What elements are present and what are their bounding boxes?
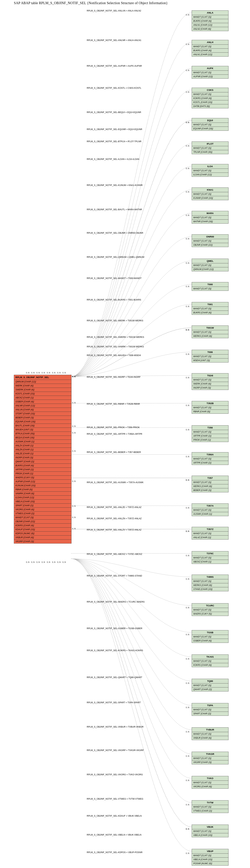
main-field: AUFNR [CHAR (12)] bbox=[14, 479, 71, 484]
relation-connector bbox=[71, 190, 192, 376]
target-field: MANDT [CLNT (3)] bbox=[192, 287, 228, 290]
target-table-header: T356 bbox=[192, 426, 228, 430]
main-field: ANLUN [CHAR (4)] bbox=[14, 408, 71, 412]
cardinality-label: 0..N bbox=[26, 372, 29, 374]
target-field: MANDT [CLNT (3)] bbox=[192, 71, 228, 75]
target-table-box: MARAMANDT [CLNT (3)]MATNR [CHAR (18)] bbox=[192, 211, 228, 224]
target-field: MANDT [CLNT (3)] bbox=[192, 708, 228, 712]
relation-label: RPLM_S_OBJINF_NOTIF_SEL-VKORG = TVKO-VKO… bbox=[87, 773, 143, 776]
relation-label: RPLM_S_OBJINF_NOTIF_SEL-BTPLN = IFLOT-TP… bbox=[87, 140, 142, 143]
relation-label: RPLM_S_OBJINF_NOTIF_SEL-ANLNR = ANLH-ANL… bbox=[87, 39, 141, 41]
target-field: ABCKZ [CHAR (1)] bbox=[192, 560, 228, 564]
main-field: RBNR [CHAR (9)] bbox=[14, 488, 71, 492]
relation-label: RPLM_S_OBJINF_NOTIF_SEL-VKBUR = TVBUR-VK… bbox=[87, 726, 144, 728]
target-table-header: T024I bbox=[192, 373, 228, 378]
cardinality-label: 0..N bbox=[72, 528, 76, 530]
main-field: KDAUF [CHAR (10)] bbox=[14, 528, 71, 532]
cardinality-label: 0..N bbox=[186, 91, 189, 93]
main-field: VKBUR [CHAR (4)] bbox=[14, 535, 71, 539]
relation-connector bbox=[71, 166, 192, 376]
target-field: WERKS [CHAR (4)] bbox=[192, 484, 228, 488]
cardinality-label: 0..N bbox=[186, 731, 189, 733]
target-field: POSNR [NUMC (6)] bbox=[192, 862, 228, 865]
cardinality-label: 0..N bbox=[186, 145, 189, 147]
target-table-header: ILOA bbox=[192, 164, 228, 169]
target-table-box: VBUPMANDT [CLNT (3)]VBELN [CHAR (10)]POS… bbox=[192, 849, 228, 866]
target-field: MATNR [CHAR (18)] bbox=[192, 220, 228, 223]
target-table-box: TSPAMANDT [CLNT (3)]SPART [CHAR (2)] bbox=[192, 703, 228, 716]
target-table-box: TVKGRMANDT [CLNT (3)]VKGRP [CHAR (3)] bbox=[192, 752, 228, 764]
target-table-box: CSKSMANDT [CLNT (3)]KOKRS [CHAR (4)]KOST… bbox=[192, 88, 228, 108]
main-field: ANLZN [CHAR (1)] bbox=[14, 448, 71, 452]
relation-label: RPLM_S_OBJINF_NOTIF_SEL-EQUNR = EQUI-EQU… bbox=[87, 128, 142, 130]
cardinality-label: 0..N bbox=[186, 404, 189, 406]
relation-label: RPLM_S_OBJINF_NOTIF_SEL-VKGRP = TVKGR-VK… bbox=[87, 749, 144, 751]
target-field: MANDT [CLNT (3)] bbox=[192, 480, 228, 484]
target-field: STAND [CHAR (10)] bbox=[192, 587, 228, 591]
target-field: DATBI [DATS (8)] bbox=[192, 104, 228, 108]
relation-connector bbox=[71, 328, 192, 376]
relation-connector bbox=[71, 559, 192, 730]
target-table-header: IFLOT bbox=[192, 142, 228, 146]
main-field: SWERK [CHAR (4)] bbox=[14, 388, 71, 392]
target-table-box: T006MANDT [CLNT (3)]MSEHI [UNIT (3)] bbox=[192, 350, 228, 363]
cardinality-label: 0..N bbox=[72, 516, 76, 518]
target-field: AUFNR [CHAR (12)] bbox=[192, 75, 228, 79]
target-table-header: MARA bbox=[192, 211, 228, 216]
cardinality-label: 0..N bbox=[186, 779, 189, 781]
target-field: MANDT [CLNT (3)] bbox=[192, 406, 228, 410]
main-field: VBELN [CHAR (10)] bbox=[14, 500, 71, 504]
target-table-header: TVKO bbox=[192, 776, 228, 781]
cardinality-label: 0..N bbox=[57, 372, 61, 374]
relation-label: RPLM_S_OBJINF_NOTIF_SEL-PRIOK = T356-PRI… bbox=[87, 426, 140, 429]
cardinality-label: 0..N bbox=[186, 429, 189, 431]
cardinality-label: 0..N bbox=[186, 238, 189, 240]
cardinality-label: 0..N bbox=[186, 633, 189, 636]
main-field: KOKRS [CHAR (4)] bbox=[14, 524, 71, 528]
relation-connector bbox=[71, 144, 192, 376]
target-table-header: TSPA bbox=[192, 703, 228, 708]
main-field: ABCKZ [CHAR (1)] bbox=[14, 396, 71, 400]
cardinality-label: 0..N bbox=[62, 561, 66, 563]
relation-label: RPLM_S_OBJINF_NOTIF_SEL-OBJNR = ONR00-OB… bbox=[87, 232, 143, 234]
relation-label: RPLM_S_OBJINF_NOTIF_SEL-INGRP = T024I-IN… bbox=[87, 376, 140, 378]
target-table-box: TGSBMANDT [CLNT (3)]GSBER [CHAR (4)] bbox=[192, 630, 228, 643]
target-field: MANDT [CLNT (3)] bbox=[192, 579, 228, 583]
main-field: ANLZE [CHAR (1)] bbox=[14, 452, 71, 456]
target-table-header: T356A bbox=[192, 453, 228, 457]
target-field: QMART [CHAR (2)] bbox=[192, 687, 228, 691]
target-field: EQUNR [CHAR (18)] bbox=[192, 127, 228, 130]
relation-label: RPLM_S_OBJINF_NOTIF_SEL-WAERS = TCURC-WA… bbox=[87, 601, 145, 603]
target-table-box: T000MANDT [CLNT (3)] bbox=[192, 282, 228, 291]
target-field: TPLNR [CHAR (30)] bbox=[192, 150, 228, 154]
target-field: KUNNR [CHAR (10)] bbox=[192, 196, 228, 200]
main-table-box: RPLM_S_OBJINF_NOTIF_SELQMNUM [CHAR (12)]… bbox=[14, 375, 71, 544]
cardinality-label: 0..N bbox=[186, 167, 189, 169]
target-field: MANDT [CLNT (3)] bbox=[192, 354, 228, 359]
relation-label: RPLM_S_OBJINF_NOTIF_SEL-IWERK = T001W-WE… bbox=[87, 319, 143, 322]
main-field: KUNUM [CHAR (10)] bbox=[14, 484, 71, 488]
main-field: VTWEG [CHAR (2)] bbox=[14, 512, 71, 516]
main-field: MAUEH [UNIT (3)] bbox=[14, 428, 71, 432]
relation-label: RPLM_S_OBJINF_NOTIF_SEL-ARTPR = T356A-AR… bbox=[87, 433, 142, 435]
target-field: SPART [CHAR (2)] bbox=[192, 712, 228, 716]
target-table-box: T001WMANDT [CLNT (3)]WERKS [CHAR (4)] bbox=[192, 326, 228, 338]
relation-label: RPLM_S_OBJINF_NOTIF_SEL-GSBER = TGSB-GSB… bbox=[87, 627, 142, 630]
cardinality-label: 0..N bbox=[186, 530, 189, 532]
relation-label: RPLM_S_OBJINF_NOTIF_SEL-ANLZN = T357Z-AN… bbox=[87, 517, 142, 520]
main-field: BEBER [CHAR (3)] bbox=[14, 416, 71, 420]
cardinality-label: 0..N bbox=[186, 353, 189, 355]
cardinality-label: 0..N bbox=[186, 804, 189, 806]
target-field: MANDT [CLNT (3)] bbox=[192, 169, 228, 173]
relation-label: RPLM_S_OBJINF_NOTIF_SEL-ABCKZ = T370C-AB… bbox=[87, 553, 142, 555]
main-field: VAWRK [CHAR (4)] bbox=[14, 492, 71, 496]
cardinality-label: 0..N bbox=[186, 852, 189, 854]
cardinality-label: 0..N bbox=[72, 505, 76, 507]
cardinality-label: 0..N bbox=[186, 305, 189, 307]
target-field: MSEHI [UNIT (3)] bbox=[192, 359, 228, 362]
target-field: MANDT [CLNT (3)] bbox=[192, 330, 228, 334]
target-field: KOSTL [CHAR (10)] bbox=[192, 100, 228, 104]
relation-connector bbox=[71, 559, 192, 803]
main-field: MANDT [CLNT (3)] bbox=[14, 516, 71, 520]
main-field: QMART [CHAR (2)] bbox=[14, 460, 71, 464]
